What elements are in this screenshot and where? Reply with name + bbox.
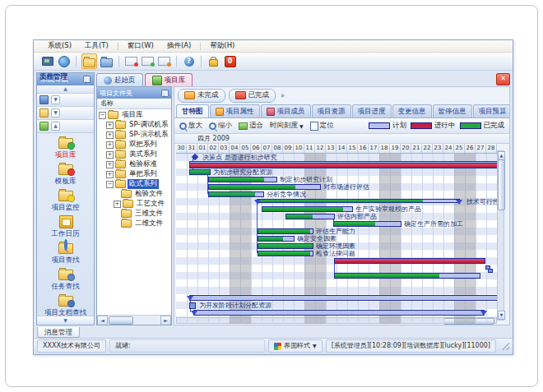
task-bar[interactable] (208, 184, 321, 190)
scroll-left-icon[interactable]: ◄ (97, 316, 108, 325)
tree-item-SP-调试机系[interactable]: +SP-调试机系 (97, 120, 171, 130)
gantt-tab-暂停信息[interactable]: 暂停信息 (433, 104, 472, 118)
more-buttons-chevron[interactable]: » (281, 92, 285, 99)
scroll-thumb[interactable] (109, 316, 133, 325)
task-bar[interactable] (258, 228, 313, 234)
tab-起始页[interactable]: 起始页 (96, 73, 143, 86)
scroll-down-icon[interactable]: ▼ (498, 311, 505, 320)
chevron-icon[interactable]: ▲ (51, 122, 60, 131)
scroll-right-icon[interactable]: ► (160, 316, 171, 325)
sidebar-group-3[interactable]: 项目管理▲ (37, 120, 94, 133)
menu-item-2[interactable]: 工具(T) (79, 40, 114, 52)
chevron-icon[interactable]: ▼ (51, 95, 60, 104)
tool-时间刻度[interactable]: 时间刻度▼ (270, 121, 304, 131)
lock-icon[interactable] (207, 54, 220, 68)
plan-bar[interactable] (189, 295, 497, 301)
expand-icon[interactable]: + (106, 171, 114, 178)
gantt-tab-甘特图[interactable]: 甘特图 (176, 104, 209, 118)
chevron-icon[interactable]: ▼ (51, 108, 60, 118)
expand-icon[interactable]: + (106, 151, 114, 159)
active-bar[interactable] (334, 258, 485, 264)
pin-icon[interactable] (83, 76, 90, 83)
gantt-vertical-scrollbar[interactable]: ▲ ▼ (497, 150, 504, 321)
filter-已完成[interactable]: 已完成 (229, 89, 276, 103)
interface-style-button[interactable]: 界面样式 ▼ (268, 339, 323, 353)
sidebar-item-项目监控[interactable]: 项目监控 (37, 188, 94, 213)
task-bar[interactable] (208, 177, 277, 182)
tool-缩小[interactable]: 缩小 (209, 121, 232, 131)
tree-item-SP-演示机系[interactable]: +SP-演示机系 (97, 130, 171, 140)
tree-item-欧式系列[interactable]: −欧式系列 (97, 179, 171, 189)
tool-定位[interactable]: 定位 (310, 121, 334, 131)
tool-放大[interactable]: 放大 (179, 121, 202, 131)
gantt-tab-项目资源[interactable]: 项目资源 (312, 104, 351, 118)
menu-item-5[interactable]: 帮助(H) (204, 40, 240, 52)
pin-icon[interactable] (161, 90, 169, 97)
resize-grip[interactable] (501, 342, 509, 350)
mail-new-icon[interactable] (157, 54, 171, 68)
filter-未完成[interactable]: 未完成 (178, 89, 225, 103)
expand-icon[interactable]: + (106, 131, 114, 139)
expand-icon[interactable]: + (106, 122, 114, 129)
sidebar-collapse-strip[interactable]: ▲ (37, 85, 94, 94)
sidebar-item-模板库[interactable]: 模板库 (37, 162, 94, 187)
gantt-chart-area[interactable]: 决策点 是否进行初步研究为初步研究分配资源制定初步研究计划对市场进行评估分析竞争… (176, 154, 497, 324)
tree-item-美式系列[interactable]: +美式系列 (97, 150, 171, 159)
tab-项目库[interactable]: 项目库 (145, 73, 193, 86)
gantt-tab-项目成员[interactable]: 项目成员 (261, 104, 311, 118)
task-bar[interactable] (333, 221, 401, 227)
sidebar-item-项目文档查找[interactable]: 项目文档查找 (37, 293, 94, 318)
task-bar[interactable] (258, 251, 313, 256)
expand-icon[interactable]: + (114, 201, 121, 208)
sidebar-item-项目库[interactable]: 项目库 (37, 136, 94, 160)
gantt-tab-变更信息[interactable]: 变更信息 (392, 104, 432, 118)
collapse-icon[interactable]: − (99, 112, 106, 119)
sidebar-item-任务查找[interactable]: 任务查找 (37, 267, 94, 292)
sidebar-item-项目查找[interactable]: 项目查找 (37, 241, 94, 265)
task-bar[interactable] (208, 191, 264, 197)
summary-active-bar[interactable] (189, 163, 497, 168)
tree-column-header[interactable]: 名称 (97, 99, 171, 109)
mail-task-icon[interactable] (141, 54, 155, 68)
globe-icon[interactable] (57, 54, 71, 68)
tree-item-工艺文件[interactable]: +工艺文件 (97, 199, 171, 209)
scroll-thumb[interactable] (498, 159, 505, 210)
task-bar[interactable] (262, 206, 353, 212)
tree-item-检验标准[interactable]: +检验标准 (97, 159, 171, 169)
message-management-tab[interactable]: 消息管理 (37, 327, 80, 338)
gantt-tab-项目进度[interactable]: 项目进度 (352, 104, 392, 118)
task-bar[interactable] (334, 273, 480, 279)
folder-open-icon[interactable] (81, 53, 97, 69)
mail-alert-icon[interactable] (124, 54, 138, 68)
power-icon[interactable]: 0 (223, 54, 237, 68)
menu-item-4[interactable]: 插件(A) (161, 40, 197, 52)
tool-适合[interactable]: 适合 (239, 121, 263, 131)
tree-item-二维文件[interactable]: 二维文件 (97, 219, 171, 228)
milestone-diamond[interactable] (192, 154, 198, 160)
sidebar-group-1[interactable]: 工作管理▼ (37, 94, 94, 107)
help-icon[interactable]: ? (182, 54, 196, 68)
summary-bar[interactable] (257, 199, 460, 203)
workspace-icon[interactable] (40, 54, 54, 68)
tree-item-三维文件[interactable]: 三维文件 (97, 209, 171, 219)
tree-item-检验文件[interactable]: 检验文件 (97, 189, 171, 199)
sidebar-item-工作日历[interactable]: 工作日历 (37, 214, 94, 239)
tree-item-项目库[interactable]: −项目库 (97, 110, 171, 120)
tree-item-单把系列[interactable]: +单把系列 (97, 169, 171, 179)
close-icon[interactable]: ✕ (496, 73, 510, 85)
milestone-square[interactable] (189, 302, 196, 309)
sidebar-group-2[interactable]: 文档管理▼ (37, 107, 94, 120)
tree-item-双把系列[interactable]: +双把系列 (97, 140, 171, 150)
expand-icon[interactable]: + (106, 141, 114, 149)
task-bar[interactable] (189, 169, 211, 175)
gantt-tab-项目属性[interactable]: 项目属性 (210, 104, 260, 118)
folder-switch-icon[interactable] (100, 54, 114, 68)
task-bar[interactable] (285, 214, 335, 219)
collapse-icon[interactable]: − (106, 181, 114, 188)
task-bar[interactable] (258, 236, 295, 242)
expand-icon[interactable]: + (106, 161, 114, 168)
sidebar-bottom-group[interactable]: ▼ (37, 316, 94, 325)
menu-item-1[interactable]: 系统(S) (42, 40, 77, 52)
gantt-tab-项目预算[interactable]: 项目预算 (473, 104, 511, 118)
plan-bar[interactable] (193, 310, 485, 316)
